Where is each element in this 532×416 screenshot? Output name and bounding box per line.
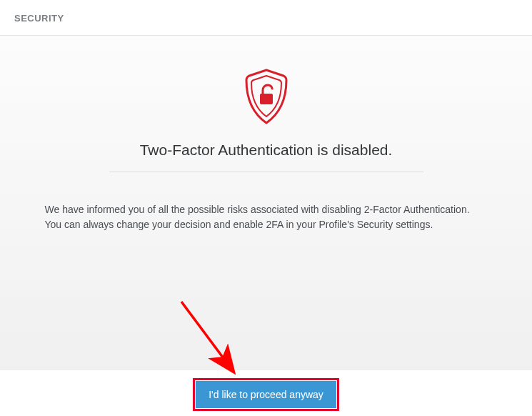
divider	[109, 172, 423, 172]
info-text: We have informed you of all the possible…	[45, 202, 488, 232]
info-line-1: We have informed you of all the possible…	[45, 204, 470, 215]
info-line-2: You can always change your decision and …	[45, 219, 433, 230]
shield-unlock-icon	[242, 69, 291, 129]
content-area: Two-Factor Authentication is disabled. W…	[0, 36, 532, 370]
page-header: SECURITY	[0, 0, 532, 36]
status-title: Two-Factor Authentication is disabled.	[140, 142, 393, 159]
page-title: SECURITY	[14, 13, 518, 24]
svg-rect-0	[260, 94, 273, 104]
proceed-button[interactable]: I'd like to proceed anyway	[196, 381, 336, 408]
footer-bar: I'd like to proceed anyway	[0, 373, 532, 416]
